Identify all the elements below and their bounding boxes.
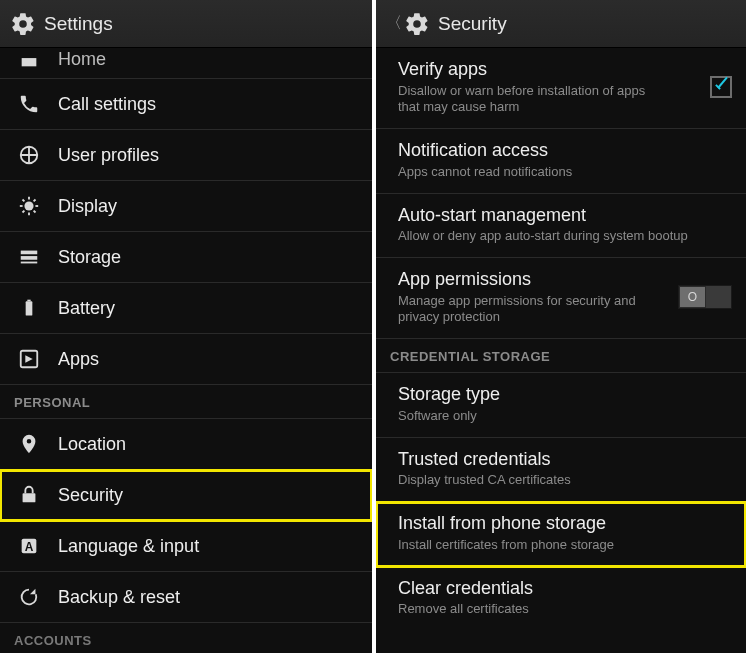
- pref-notification-access[interactable]: Notification access Apps cannot read not…: [376, 129, 746, 193]
- item-label: Backup & reset: [58, 587, 180, 608]
- svg-marker-17: [25, 355, 32, 362]
- svg-rect-11: [21, 251, 38, 255]
- item-label: Display: [58, 196, 117, 217]
- section-accounts: ACCOUNTS: [0, 623, 372, 653]
- security-header: 〈 Security: [376, 0, 746, 48]
- settings-item-storage[interactable]: Storage: [0, 232, 372, 283]
- settings-item-security[interactable]: Security: [0, 470, 372, 521]
- pref-title: Trusted credentials: [398, 448, 732, 471]
- svg-marker-21: [30, 589, 35, 595]
- settings-item-battery[interactable]: Battery: [0, 283, 372, 334]
- settings-item-apps[interactable]: Apps: [0, 334, 372, 385]
- svg-line-8: [34, 211, 36, 213]
- pref-storage-type[interactable]: Storage type Software only: [376, 373, 746, 437]
- item-label: Call settings: [58, 94, 156, 115]
- settings-screen: Settings Home Call settings User profile: [0, 0, 376, 653]
- svg-line-7: [22, 199, 24, 201]
- pref-title: Verify apps: [398, 58, 668, 81]
- settings-item-language[interactable]: A Language & input: [0, 521, 372, 572]
- storage-icon: [18, 246, 40, 268]
- switch-knob: O: [679, 286, 706, 308]
- home-icon: [18, 48, 40, 70]
- pref-subtitle: Display trusted CA certificates: [398, 472, 732, 489]
- svg-rect-0: [22, 58, 37, 66]
- item-label: Language & input: [58, 536, 199, 557]
- svg-text:A: A: [25, 540, 34, 554]
- svg-rect-14: [26, 301, 33, 315]
- settings-item-backup[interactable]: Backup & reset: [0, 572, 372, 623]
- security-list[interactable]: Verify apps Disallow or warn before inst…: [376, 48, 746, 653]
- security-title: Security: [438, 13, 507, 35]
- settings-title: Settings: [44, 13, 113, 35]
- item-label: Location: [58, 434, 126, 455]
- display-icon: [18, 195, 40, 217]
- pref-subtitle: Remove all certificates: [398, 601, 732, 618]
- pref-subtitle: Apps cannot read notifications: [398, 164, 732, 181]
- settings-item-user-profiles[interactable]: User profiles: [0, 130, 372, 181]
- lock-icon: [18, 484, 40, 506]
- gear-icon: [10, 11, 36, 37]
- item-label: Security: [58, 485, 123, 506]
- pref-title: Install from phone storage: [398, 512, 732, 535]
- apps-icon: [18, 348, 40, 370]
- section-credential-storage: CREDENTIAL STORAGE: [376, 339, 746, 373]
- pref-subtitle: Allow or deny app auto-start during syst…: [398, 228, 732, 245]
- verify-apps-checkbox[interactable]: [710, 76, 732, 98]
- settings-item-call[interactable]: Call settings: [0, 79, 372, 130]
- pref-clear-credentials[interactable]: Clear credentials Remove all certificate…: [376, 567, 746, 630]
- security-screen: 〈 Security Verify apps Disallow or warn …: [376, 0, 746, 653]
- pref-auto-start[interactable]: Auto-start management Allow or deny app …: [376, 194, 746, 258]
- backup-icon: [18, 586, 40, 608]
- item-label: Home: [58, 49, 106, 70]
- pref-install-from-storage[interactable]: Install from phone storage Install certi…: [376, 502, 746, 566]
- pref-title: Storage type: [398, 383, 732, 406]
- pref-title: Auto-start management: [398, 204, 732, 227]
- pref-subtitle: Manage app permissions for security and …: [398, 293, 668, 327]
- svg-line-9: [34, 199, 36, 201]
- item-label: User profiles: [58, 145, 159, 166]
- language-icon: A: [18, 535, 40, 557]
- pref-title: App permissions: [398, 268, 668, 291]
- gear-icon: [404, 11, 430, 37]
- user-profiles-icon: [18, 144, 40, 166]
- svg-point-2: [24, 201, 33, 210]
- svg-rect-18: [23, 493, 36, 502]
- settings-item-location[interactable]: Location: [0, 419, 372, 470]
- pref-subtitle: Software only: [398, 408, 732, 425]
- app-permissions-switch[interactable]: O: [678, 285, 732, 309]
- phone-icon: [18, 93, 40, 115]
- settings-list[interactable]: Home Call settings User profiles Display: [0, 48, 372, 653]
- pref-title: Notification access: [398, 139, 732, 162]
- settings-item-home[interactable]: Home: [0, 48, 372, 79]
- two-screenshot-composite: Settings Home Call settings User profile: [0, 0, 750, 653]
- settings-item-display[interactable]: Display: [0, 181, 372, 232]
- item-label: Apps: [58, 349, 99, 370]
- settings-header: Settings: [0, 0, 372, 48]
- pref-subtitle: Disallow or warn before installation of …: [398, 83, 668, 117]
- pref-trusted-credentials[interactable]: Trusted credentials Display trusted CA c…: [376, 438, 746, 502]
- svg-rect-13: [21, 262, 38, 264]
- pref-title: Clear credentials: [398, 577, 732, 600]
- location-icon: [18, 433, 40, 455]
- svg-line-10: [22, 211, 24, 213]
- battery-icon: [18, 297, 40, 319]
- svg-rect-15: [27, 300, 30, 302]
- svg-rect-12: [21, 256, 38, 260]
- section-personal: PERSONAL: [0, 385, 372, 419]
- pref-app-permissions[interactable]: App permissions Manage app permissions f…: [376, 258, 746, 339]
- item-label: Battery: [58, 298, 115, 319]
- item-label: Storage: [58, 247, 121, 268]
- back-icon[interactable]: 〈: [386, 13, 396, 34]
- pref-verify-apps[interactable]: Verify apps Disallow or warn before inst…: [376, 48, 746, 129]
- pref-subtitle: Install certificates from phone storage: [398, 537, 732, 554]
